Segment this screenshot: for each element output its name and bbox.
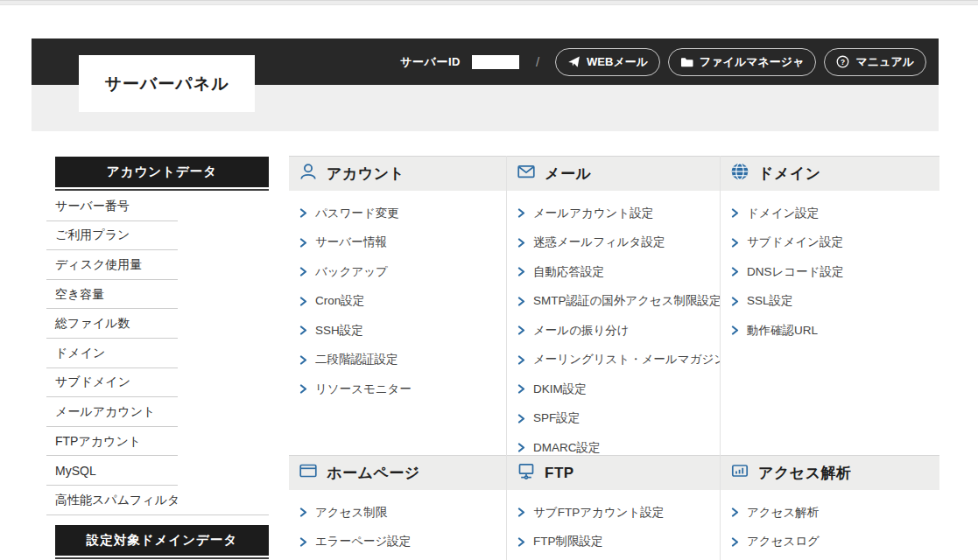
account-data-row-domain: ドメイン [55,339,269,368]
svg-text:?: ? [841,58,845,66]
link-label: サブドメイン設定 [747,234,843,250]
row-label: 空き容量 [55,287,104,303]
sidebar-title-target-domain-data: 設定対象ドメインデータ [55,525,269,556]
link-label: SMTP認証の国外アクセス制限設定 [533,293,721,309]
link-label: SPF設定 [533,410,580,426]
link-server-info[interactable]: サーバー情報 [299,228,506,258]
link-spf[interactable]: SPF設定 [517,404,720,434]
link-subdomain-setting[interactable]: サブドメイン設定 [731,228,939,258]
sidebar-title2-underline [55,557,269,559]
link-dkim[interactable]: DKIM設定 [517,374,720,404]
link-label: エラーページ設定 [315,534,411,550]
link-label: FTP制限設定 [533,534,603,550]
link-ssh[interactable]: SSH設定 [299,316,506,346]
link-access-analysis[interactable]: アクセス解析 [731,498,939,528]
link-label: SSH設定 [315,323,363,339]
panel-title: ホームページ [327,463,420,483]
link-two-factor[interactable]: 二段階認証設定 [299,346,506,375]
link-mailing-list[interactable]: メーリングリスト・メールマガジン [517,346,720,375]
panel-account-header: アカウント [289,156,506,191]
panel-mail-header: メール [507,156,720,191]
row-label: サブドメイン [55,374,130,390]
link-resource-monitor[interactable]: リソースモニター [299,374,506,404]
folder-icon [680,56,693,68]
webmail-button[interactable]: WEBメール [555,48,660,76]
link-access-restriction[interactable]: アクセス制限 [299,498,506,528]
panel-access-analysis-header: アクセス解析 [721,455,939,490]
file-manager-button[interactable]: ファイルマネージャ [668,48,816,76]
account-data-row-total-files: 総ファイル数 [55,309,269,339]
file-manager-button-label: ファイルマネージャ [700,54,804,70]
link-label: バックアップ [315,264,388,280]
link-label: ドメイン設定 [747,206,819,221]
link-dns-record[interactable]: DNSレコード設定 [731,257,939,287]
link-cron[interactable]: Cron設定 [299,287,506,317]
link-error-page[interactable]: エラーページ設定 [299,528,506,557]
link-smtp-restriction[interactable]: SMTP認証の国外アクセス制限設定 [517,287,720,317]
top-page-strip [0,0,978,5]
panel-ftp-links: サブFTPアカウント設定 FTP制限設定 [507,490,720,560]
ftp-monitor-icon [517,461,536,485]
settings-grid-row-1: アカウント パスワード変更 サーバー情報 バックアップ Cron設定 SSH設定… [289,156,939,455]
server-id-value-redacted [472,55,519,69]
panel-domain-links: ドメイン設定 サブドメイン設定 DNSレコード設定 SSL設定 動作確認URL [721,191,939,455]
account-data-row-free-space: 空き容量 [55,280,269,310]
link-label: DMARC設定 [533,440,601,456]
link-access-log[interactable]: アクセスログ [731,528,939,557]
link-label: アクセス制限 [315,505,387,521]
globe-icon [730,162,749,186]
person-icon [299,162,318,186]
panel-title: ドメイン [758,164,821,184]
link-label: サブFTPアカウント設定 [533,505,664,521]
link-domain-setting[interactable]: ドメイン設定 [731,199,939,228]
bar-chart-icon [730,461,749,485]
account-data-row-ftp-account: FTPアカウント [55,427,269,457]
settings-grid-row-2: ホームページ アクセス制限 エラーページ設定 FTP [289,455,939,560]
link-check-url[interactable]: 動作確認URL [731,316,939,346]
account-data-row-server-number: サーバー番号 [55,192,269,221]
panel-title: アクセス解析 [758,463,852,483]
link-label: Cron設定 [315,293,364,309]
link-label: DNSレコード設定 [747,264,843,280]
link-label: メーリングリスト・メールマガジン [533,352,726,368]
row-label: サーバー番号 [55,199,130,214]
masthead-right-cluster: サーバーID / WEBメール ファイルマネージャ ? マニュアル [400,48,926,76]
account-data-row-plan: ご利用プラン [55,221,269,251]
account-data-row-spam-filter: 高性能スパムフィルタ [55,486,269,515]
sidebar-title-account-data: アカウントデータ [55,157,269,187]
link-ftp-restriction[interactable]: FTP制限設定 [517,528,720,557]
row-label: ドメイン [55,346,105,361]
panel-title: FTP [545,465,574,482]
panel-ftp-header: FTP [507,455,720,490]
account-data-row-mail-account: メールアカウント [55,397,269,427]
row-label: ディスク使用量 [55,257,142,273]
link-sub-ftp-account[interactable]: サブFTPアカウント設定 [517,498,720,528]
link-label: アクセスログ [747,534,820,550]
panel-homepage-links: アクセス制限 エラーページ設定 [289,490,506,560]
panel-mail: メール メールアカウント設定 迷惑メールフィルタ設定 自動応答設定 SMTP認証… [506,156,720,455]
link-ssl-setting[interactable]: SSL設定 [731,287,939,317]
link-spam-filter[interactable]: 迷惑メールフィルタ設定 [517,228,720,258]
panel-access-analysis-links: アクセス解析 アクセスログ [721,490,939,560]
link-mail-account[interactable]: メールアカウント設定 [517,199,720,228]
manual-button[interactable]: ? マニュアル [824,48,926,76]
settings-grid: アカウント パスワード変更 サーバー情報 バックアップ Cron設定 SSH設定… [289,156,939,560]
panel-domain: ドメイン ドメイン設定 サブドメイン設定 DNSレコード設定 SSL設定 動作確… [720,156,939,455]
link-label: パスワード変更 [315,206,399,221]
manual-button-label: マニュアル [855,54,914,70]
separator-slash: / [536,54,539,69]
app-logo[interactable]: サーバーパネル [79,55,255,112]
paper-plane-icon [567,55,580,68]
link-label: DKIM設定 [533,382,587,397]
link-label: 二段階認証設定 [315,352,398,368]
link-label: メールアカウント設定 [533,206,653,221]
link-backup[interactable]: バックアップ [299,257,506,287]
panel-domain-header: ドメイン [721,156,939,191]
sidebar-title-underline [55,189,269,191]
link-password-change[interactable]: パスワード変更 [299,199,506,228]
row-label: ご利用プラン [55,228,130,243]
sidebar: アカウントデータ サーバー番号 ご利用プラン ディスク使用量 空き容量 総ファイ… [55,157,269,559]
link-mail-sorting[interactable]: メールの振り分け [517,316,720,346]
link-auto-reply[interactable]: 自動応答設定 [517,257,720,287]
panel-account: アカウント パスワード変更 サーバー情報 バックアップ Cron設定 SSH設定… [289,156,506,455]
